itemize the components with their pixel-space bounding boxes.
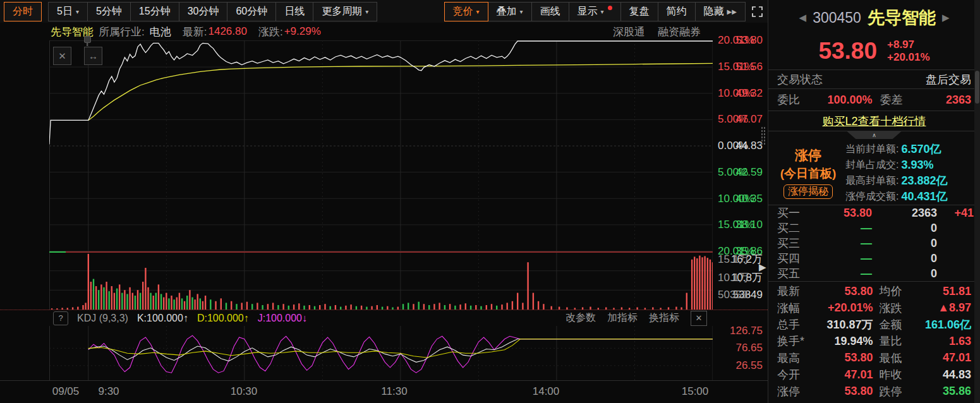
switch-indicator-button[interactable]: 换指标 [649,311,679,325]
latest-value: 1426.80 [208,25,246,38]
scrollbar-thumb[interactable] [975,71,979,104]
display-button[interactable]: 显示▾ [569,2,621,21]
stat-row: 总手310.87万 金额161.06亿 [768,316,980,333]
period-toolbar: 分时 5日▾ 5分钟 15分钟 30分钟 60分钟 日线 更多周期▾ 竞价▾ 叠… [0,0,768,23]
indicator-header: ? KDJ (9,3,3) K:100.000↑ D:100.000↑ J:10… [0,310,768,326]
overlay-button[interactable]: 叠加▾ [488,2,532,21]
fullscreen-icon[interactable] [751,5,764,18]
change-percent: +20.01% [887,51,930,64]
time-label-date: 09/05 [52,385,80,398]
limit-detail-row: 封单占成交:3.93% [845,157,976,173]
limit-up-subtitle: (今日首板) [780,165,837,182]
panel-drag-handle[interactable] [761,126,766,145]
indicator-name[interactable]: KDJ (9,3,3) [77,313,128,324]
quote-header: ◀ 300450 先导智能 ▶ [768,0,980,33]
stat-label: 今开 [777,367,818,382]
indicator-actions: 改参数 加指标 换指标 ✕ [566,311,768,326]
trade-status-label: 交易状态 [777,72,823,87]
stat-value: 35.86 [916,385,972,398]
next-stock-icon[interactable]: ▶ [942,12,950,23]
replay-button[interactable]: 复盘 [620,2,658,21]
kdj-j-value: J:100.000↓ [258,313,307,324]
stats-block: 最新53.80 均价51.81 涨幅+20.01% 涨跌▲8.97 总手310.… [768,281,980,400]
volume-chart-svg[interactable] [49,251,713,310]
pin-icon[interactable] [84,36,91,43]
percent-axis-label: 5.00% [718,166,748,179]
close-indicator-icon[interactable]: ✕ [691,311,707,326]
tab-15min[interactable]: 15分钟 [130,2,179,21]
tab-minute-chart[interactable]: 分时 [4,2,42,21]
weicha-label: 委差 [873,92,910,107]
bid-row-2[interactable]: 买二 — 0 [768,220,980,236]
stat-label: 涨幅 [777,301,818,316]
draw-line-button[interactable]: 画线 [531,2,569,21]
chevron-down-icon: ▾ [76,8,79,15]
help-icon[interactable]: ? [53,311,68,325]
stat-value: 51.81 [916,285,972,298]
limit-detail-row: 最高封单额:23.882亿 [845,173,976,189]
bid-row-4[interactable]: 买四 — 0 [768,251,980,266]
help-glyph: ? [58,313,63,323]
percent-axis-label: 10.00% [718,193,754,205]
tag-szse-connect[interactable]: 深股通 [613,25,645,39]
change-params-button[interactable]: 改参数 [566,311,596,325]
hide-button[interactable]: 隐藏▶▶ [695,2,746,21]
stat-label: 涨跌 [873,301,916,316]
kdj-axis-label: 76.65 [735,342,763,354]
tab-label: 15分钟 [139,5,171,18]
stat-row: 涨停53.80 跌停35.86 [768,383,980,399]
main-chart-svg[interactable] [49,40,713,251]
stat-value: 310.87万 [818,317,873,332]
panel-collapse-arrow-icon[interactable]: ▶ [759,262,766,273]
tab-60min[interactable]: 60分钟 [227,2,276,21]
bid-label: 买五 [777,266,814,281]
volume-pane: 16.2万 10.8万 53849 15.1万 10.1万 50353 [0,251,768,310]
tab-daily[interactable]: 日线 [275,2,313,21]
industry-value[interactable]: 电池 [150,25,171,39]
stat-value: 47.01 [818,368,873,382]
tab-5day[interactable]: 5日▾ [48,2,88,21]
tag-margin-trading[interactable]: 融资融券 [658,25,701,39]
limit-up-reveal-button[interactable]: 涨停揭秘 [783,184,833,199]
add-indicator-button[interactable]: 加指标 [607,311,638,325]
close-glyph: ✕ [58,51,66,62]
chevron-down-icon: ▾ [365,8,368,15]
weibi-value: 100.00% [811,93,873,107]
bid-row-5[interactable]: 买五 — 0 [768,266,980,281]
chevron-down-icon: ▾ [601,8,604,15]
change-label: 涨跌: [258,25,283,39]
simple-mode-button[interactable]: 简约 [658,2,696,21]
stat-label: 总手 [777,317,818,332]
stat-value: +20.01% [818,301,873,315]
chart-column: 分时 5日▾ 5分钟 15分钟 30分钟 60分钟 日线 更多周期▾ 竞价▾ 叠… [0,0,768,403]
period-buttons: 分时 5日▾ 5分钟 15分钟 30分钟 60分钟 日线 更多周期▾ [4,2,377,21]
scrollbar-track[interactable] [974,0,980,403]
auction-button[interactable]: 竞价▾ [444,2,488,21]
commission-row: 委比 100.00% 委差 2363 [768,88,980,111]
detail-value: 3.93% [901,159,933,172]
percent-axis-label: 0.00% [718,140,748,152]
bid-row-3[interactable]: 买三 — 0 [768,236,980,251]
latest-label: 最新: [183,25,207,39]
tab-5min[interactable]: 5分钟 [87,2,131,21]
tab-label: 5分钟 [96,5,122,18]
bid-row-1[interactable]: 买一 53.80 2363 +41 [768,205,980,220]
tab-label: 60分钟 [236,5,267,18]
collapse-tab[interactable]: ∧ [847,131,902,139]
close-icon[interactable]: ✕ [53,47,71,65]
kdj-axis-label: 26.55 [735,359,763,372]
bid-qty: 0 [872,267,941,280]
chevron-down-icon: ▾ [476,8,480,15]
stat-label: 跌停 [873,384,916,399]
tab-30min[interactable]: 30分钟 [179,2,228,21]
horizontal-swap-icon[interactable]: ↔ [84,47,102,65]
chevron-down-icon: ▾ [520,8,523,15]
stat-row: 最新53.80 均价51.81 [768,283,980,299]
prev-stock-icon[interactable]: ◀ [799,12,807,23]
buy-l2-link[interactable]: 购买L2查看十档行情 [822,114,926,129]
tab-more-periods[interactable]: 更多周期▾ [313,2,377,21]
kdj-chart-svg[interactable] [49,326,713,380]
stat-value: 161.06亿 [916,317,972,332]
bid-qty: 0 [872,237,941,250]
kdj-d-value: D:100.000↑ [197,313,249,324]
